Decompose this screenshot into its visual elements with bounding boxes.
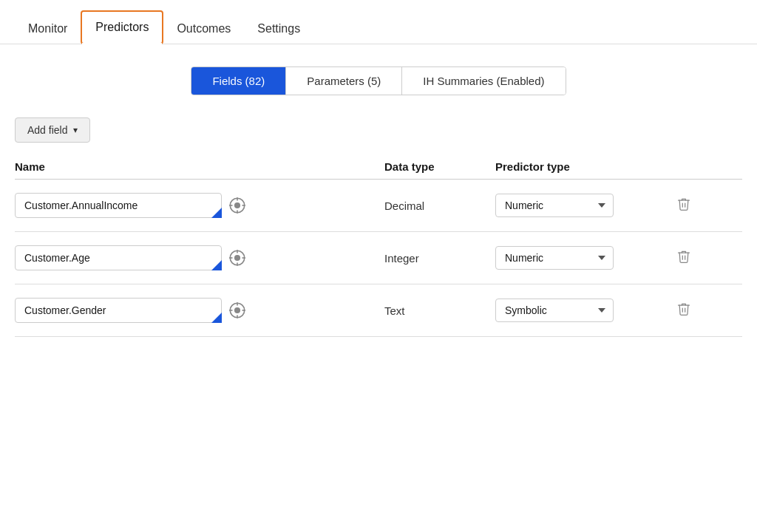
- nav-item-predictors[interactable]: Predictors: [81, 10, 163, 44]
- predictor-type-cell: NumericSymbolicAuto: [495, 299, 665, 322]
- target-icon: [228, 248, 247, 267]
- tab-ih-summaries[interactable]: IH Summaries (Enabled): [402, 67, 565, 95]
- field-name-cell: [15, 298, 384, 323]
- svg-point-7: [235, 256, 240, 261]
- delete-field-button[interactable]: [676, 301, 691, 320]
- add-field-label: Add field: [27, 124, 67, 136]
- svg-point-13: [235, 308, 240, 313]
- add-field-button[interactable]: Add field ▾: [15, 117, 90, 143]
- field-input-corner: [211, 313, 222, 323]
- field-name-input[interactable]: [15, 193, 222, 218]
- predictor-type-select[interactable]: NumericSymbolicAuto: [495, 246, 614, 270]
- field-input-corner: [211, 260, 222, 270]
- col-header-data-type: Data type: [384, 160, 495, 173]
- data-type-cell: Decimal: [384, 200, 495, 212]
- field-input-wrapper: [15, 193, 222, 218]
- predictor-type-select[interactable]: NumericSymbolicAuto: [495, 194, 614, 217]
- data-type-cell: Text: [384, 304, 495, 317]
- svg-point-1: [235, 203, 240, 208]
- table-row: DecimalNumericSymbolicAuto: [15, 180, 742, 232]
- table-headers: Name Data type Predictor type: [15, 154, 742, 180]
- field-input-corner: [211, 208, 222, 218]
- data-type-cell: Integer: [384, 252, 495, 265]
- field-name-cell: [15, 193, 384, 218]
- field-rows-container: DecimalNumericSymbolicAutoIntegerNumeric…: [15, 180, 742, 337]
- predictor-type-select[interactable]: NumericSymbolicAuto: [495, 299, 614, 322]
- main-content: Fields (82) Parameters (5) IH Summaries …: [0, 44, 757, 352]
- field-name-input[interactable]: [15, 245, 222, 270]
- nav-item-settings[interactable]: Settings: [244, 13, 313, 44]
- predictor-type-cell: NumericSymbolicAuto: [495, 194, 665, 217]
- predictor-type-cell: NumericSymbolicAuto: [495, 246, 665, 270]
- delete-cell: [665, 249, 702, 267]
- tab-fields[interactable]: Fields (82): [191, 67, 286, 95]
- chevron-down-icon: ▾: [73, 125, 78, 135]
- tab-parameters[interactable]: Parameters (5): [286, 67, 402, 95]
- table-row: TextNumericSymbolicAuto: [15, 284, 742, 337]
- target-icon: [228, 196, 247, 215]
- target-icon: [228, 301, 247, 320]
- field-input-wrapper: [15, 298, 222, 323]
- nav-item-monitor[interactable]: Monitor: [15, 13, 81, 44]
- tab-group: Fields (82) Parameters (5) IH Summaries …: [191, 66, 566, 95]
- field-name-cell: [15, 245, 384, 270]
- col-header-name: Name: [15, 160, 384, 173]
- nav-item-outcomes[interactable]: Outcomes: [163, 13, 244, 44]
- field-input-wrapper: [15, 245, 222, 270]
- delete-cell: [665, 197, 702, 215]
- table-row: IntegerNumericSymbolicAuto: [15, 232, 742, 284]
- delete-field-button[interactable]: [676, 249, 691, 267]
- top-navigation: Monitor Predictors Outcomes Settings: [0, 0, 757, 44]
- field-name-input[interactable]: [15, 298, 222, 323]
- delete-field-button[interactable]: [676, 197, 691, 215]
- delete-cell: [665, 301, 702, 320]
- col-header-predictor-type: Predictor type: [495, 160, 665, 173]
